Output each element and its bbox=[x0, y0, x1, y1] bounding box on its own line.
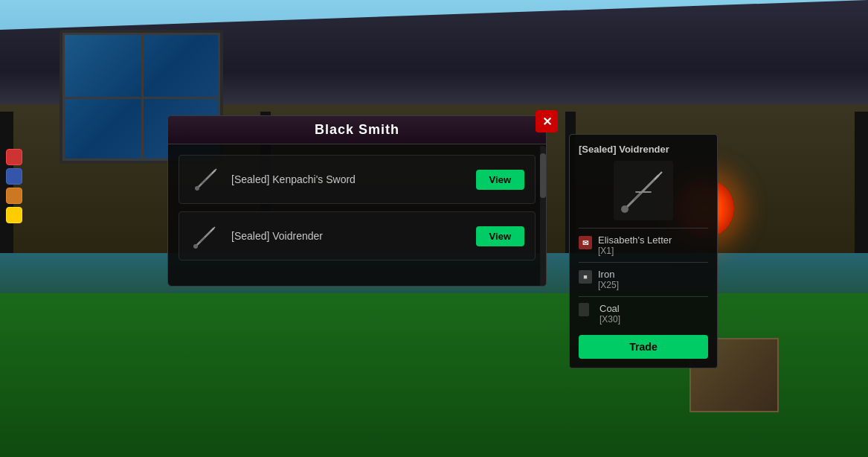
kenpachi-icon bbox=[190, 163, 222, 196]
coal-req-amount: [X30] bbox=[599, 314, 620, 325]
detail-item-image bbox=[614, 161, 673, 220]
dialog-header: Black Smith ✕ bbox=[168, 116, 546, 144]
iron-icon: ■ bbox=[579, 270, 592, 284]
side-btn-yellow[interactable] bbox=[6, 207, 22, 223]
letter-req-amount: [X1] bbox=[598, 246, 672, 256]
svg-point-10 bbox=[621, 205, 629, 213]
coal-icon bbox=[579, 303, 589, 316]
divider-3 bbox=[579, 296, 708, 297]
letter-icon: ✉ bbox=[579, 236, 592, 249]
kenpachi-item-name: [Sealed] Kenpachi's Sword bbox=[231, 173, 356, 185]
item-row-voidrender: [Sealed] Voidrender View bbox=[179, 211, 536, 261]
requirement-coal: Coal [X30] bbox=[579, 303, 708, 325]
voidrender-item-name: [Sealed] Voidrender bbox=[231, 230, 323, 242]
divider-2 bbox=[579, 262, 708, 263]
iron-req-info: Iron [X25] bbox=[598, 269, 619, 290]
svg-line-7 bbox=[200, 237, 205, 242]
close-button[interactable]: ✕ bbox=[536, 110, 558, 132]
view-kenpachi-button[interactable]: View bbox=[476, 170, 524, 190]
svg-line-9 bbox=[655, 172, 662, 179]
dialog-body: [Sealed] Kenpachi's Sword View [Sealed] … bbox=[168, 144, 546, 271]
side-btn-red[interactable] bbox=[6, 149, 22, 165]
detail-sword-svg bbox=[617, 164, 669, 217]
svg-line-3 bbox=[202, 179, 206, 184]
requirement-iron: ■ Iron [X25] bbox=[579, 269, 708, 290]
voidrender-sword-svg bbox=[191, 221, 221, 251]
detail-panel: [Sealed] Voidrender ✉ Elisabeth's Letter… bbox=[569, 134, 718, 368]
kenpachi-sword-svg bbox=[191, 164, 221, 194]
detail-panel-title: [Sealed] Voidrender bbox=[579, 144, 708, 155]
scrollbar-thumb bbox=[540, 153, 546, 198]
coal-req-name: Coal bbox=[599, 303, 620, 314]
coal-req-info: Coal [X30] bbox=[599, 303, 620, 325]
svg-line-1 bbox=[212, 169, 216, 173]
dialog-title: Black Smith bbox=[315, 122, 399, 137]
item-left-kenpachi: [Sealed] Kenpachi's Sword bbox=[190, 163, 356, 196]
iron-req-name: Iron bbox=[598, 269, 619, 280]
side-btn-orange[interactable] bbox=[6, 188, 22, 204]
blacksmith-dialog: Black Smith ✕ [Sealed] Kenpachi's Sword … bbox=[167, 115, 547, 287]
divider-1 bbox=[579, 228, 708, 228]
item-left-voidrender: [Sealed] Voidrender bbox=[190, 220, 323, 252]
iron-req-amount: [X25] bbox=[598, 280, 619, 290]
dialog-scrollbar[interactable] bbox=[540, 146, 546, 286]
view-voidrender-button[interactable]: View bbox=[476, 226, 524, 246]
side-btn-blue[interactable] bbox=[6, 168, 22, 185]
svg-point-2 bbox=[195, 186, 199, 191]
voidrender-icon bbox=[190, 220, 222, 252]
letter-req-name: Elisabeth's Letter bbox=[598, 234, 672, 246]
item-row-kenpachi: [Sealed] Kenpachi's Sword View bbox=[179, 155, 536, 204]
side-buttons bbox=[6, 149, 22, 223]
letter-req-info: Elisabeth's Letter [X1] bbox=[598, 234, 672, 256]
trade-button[interactable]: Trade bbox=[579, 335, 708, 359]
requirement-letter: ✉ Elisabeth's Letter [X1] bbox=[579, 234, 708, 256]
svg-point-6 bbox=[193, 244, 198, 249]
svg-line-5 bbox=[210, 227, 215, 231]
